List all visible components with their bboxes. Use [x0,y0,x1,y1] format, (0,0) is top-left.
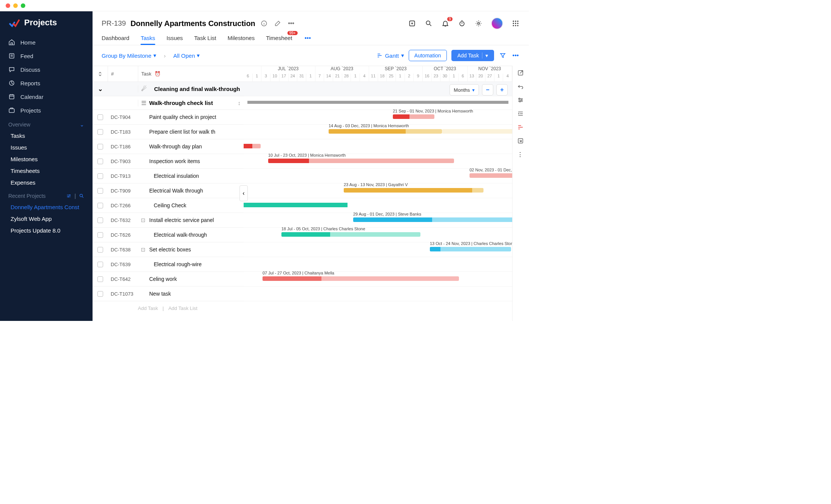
gantt-bar[interactable] [281,232,420,237]
user-avatar[interactable] [491,17,503,29]
table-row[interactable]: DC-T909Electrical Walk through [93,183,244,198]
row-checkbox[interactable] [97,203,103,208]
sort-icon[interactable]: ↕ [238,100,241,106]
table-row[interactable]: DC-T1073New task [93,287,244,301]
more-horizontal-icon[interactable]: ••• [287,19,295,28]
row-checkbox[interactable] [97,114,103,120]
gantt-bar[interactable] [329,129,442,134]
bell-alert-icon[interactable]: ⏰ [154,71,161,77]
nav-expenses[interactable]: Expenses [0,177,93,188]
task-name[interactable]: ⊡Set electric boxes [138,247,244,253]
row-checkbox[interactable] [97,129,103,135]
milestone-group[interactable]: ⌄ ☄Cleaning and final walk-through [93,82,244,96]
row-checkbox[interactable] [97,159,103,164]
task-name[interactable]: Walk-through day plan [138,143,244,150]
chevron-down-icon[interactable]: ⌄ [98,85,103,92]
zoom-in-button[interactable]: + [496,84,508,96]
add-icon[interactable] [408,19,416,28]
nav-home[interactable]: Home [0,35,93,49]
app-logo[interactable]: Projects [0,17,93,35]
row-checkbox[interactable] [97,291,103,297]
add-task-link[interactable]: Add Task [138,305,158,311]
row-checkbox[interactable] [97,173,103,179]
overview-section[interactable]: Overview ⌄ [0,117,93,130]
tasklist-group[interactable]: ☰Walk-through check list↕ [93,96,244,110]
indent-icon[interactable] [517,110,525,118]
zoom-out-button[interactable]: − [482,84,493,96]
table-row[interactable]: DC-T903Inspection work items [93,154,244,169]
apps-grid-icon[interactable] [511,19,520,28]
gantt-bar[interactable] [393,114,434,119]
timer-icon[interactable] [458,19,466,28]
nav-issues[interactable]: Issues [0,142,93,153]
search-icon[interactable] [425,19,433,28]
task-name[interactable]: Ceiling Check [138,202,244,208]
table-row[interactable]: DC-T186Walk-through day plan [93,139,244,154]
table-row[interactable]: DC-T904Paint quality check in project [93,110,244,125]
task-name[interactable]: New task [138,291,244,297]
search-icon[interactable] [79,193,84,199]
row-checkbox[interactable] [97,247,103,253]
gantt-chart[interactable]: JUL `2023AUG `2023SEP `2023OCT `2023NOV … [244,66,512,321]
table-row[interactable]: DC-T266Ceiling Check [93,198,244,213]
nav-tasks[interactable]: Tasks [0,130,93,142]
tab-dashboard[interactable]: Dashboard [102,31,129,45]
task-name[interactable]: Electrical insulation [138,173,244,179]
tab-tasks[interactable]: Tasks [141,31,155,45]
export-icon[interactable] [517,69,525,77]
filter-dropdown[interactable]: All Open ▾ [173,52,200,59]
more-tabs-icon[interactable]: ••• [304,34,312,42]
gantt-bar[interactable] [268,159,454,163]
nav-discuss[interactable]: Discuss [0,63,93,76]
task-name[interactable]: Inspection work items [138,158,244,164]
table-row[interactable]: DC-T642Celing work [93,272,244,287]
settings-toggle-icon[interactable] [66,193,71,199]
row-checkbox[interactable] [97,217,103,223]
info-icon[interactable] [260,19,268,28]
gantt-bar[interactable] [244,144,261,148]
critical-path-icon[interactable] [517,124,525,131]
row-checkbox[interactable] [97,144,103,150]
task-name[interactable]: Electrical walk-through [138,232,244,238]
gear-icon[interactable] [474,19,483,28]
table-row[interactable]: DC-T913Electrical insulation [93,169,244,183]
table-row[interactable]: DC-T183Prepare client list for walk th [93,125,244,139]
table-row[interactable]: DC-T639Electrical rough-wire [93,257,244,272]
row-checkbox[interactable] [97,262,103,267]
group-by-dropdown[interactable]: Group By Milestone ▾ [102,52,156,59]
collapse-panel-icon[interactable]: ‹ [239,185,248,201]
gantt-bar[interactable] [470,173,512,178]
more-horizontal-icon[interactable]: ••• [511,51,520,60]
view-gantt-dropdown[interactable]: Gantt ▾ [377,52,404,59]
more-vertical-icon[interactable]: ⋮ [517,151,525,159]
settings-sliders-icon[interactable] [517,97,525,104]
tab-issues[interactable]: Issues [167,31,183,45]
add-task-list-link[interactable]: Add Task List [168,305,198,311]
chevron-down-icon[interactable]: ▾ [482,52,488,59]
task-name[interactable]: Electrical Walk through [138,188,244,194]
gantt-bar[interactable] [353,217,512,222]
nav-feed[interactable]: Feed [0,49,93,63]
column-task[interactable]: Task⏰ [138,66,244,82]
nav-reports[interactable]: Reports [0,76,93,90]
tab-timesheet[interactable]: Timesheet99+ [266,31,292,45]
minimize-window-icon[interactable] [13,3,18,8]
tab-task-list[interactable]: Task List [194,31,216,45]
gantt-bar[interactable] [344,188,483,193]
undo-icon[interactable] [517,83,525,91]
gantt-bar[interactable] [430,247,511,251]
add-task-button[interactable]: Add Task▾ [451,50,494,61]
task-name[interactable]: Prepare client list for walk th [138,129,244,135]
recent-project-0[interactable]: Donnelly Apartments Const [0,201,93,213]
task-name[interactable]: Electrical rough-wire [138,261,244,267]
table-row[interactable]: DC-T626Electrical walk-through [93,228,244,242]
maximize-window-icon[interactable] [21,3,25,8]
bell-icon[interactable]: 9 [441,19,449,28]
nav-timesheets[interactable]: Timesheets [0,165,93,177]
recent-project-1[interactable]: Zylsoft Web App [0,213,93,225]
nav-milestones[interactable]: Milestones [0,153,93,165]
table-row[interactable]: DC-T638⊡Set electric boxes [93,242,244,257]
row-checkbox[interactable] [97,276,103,282]
external-icon[interactable] [517,137,525,145]
gantt-bar[interactable] [263,276,459,281]
